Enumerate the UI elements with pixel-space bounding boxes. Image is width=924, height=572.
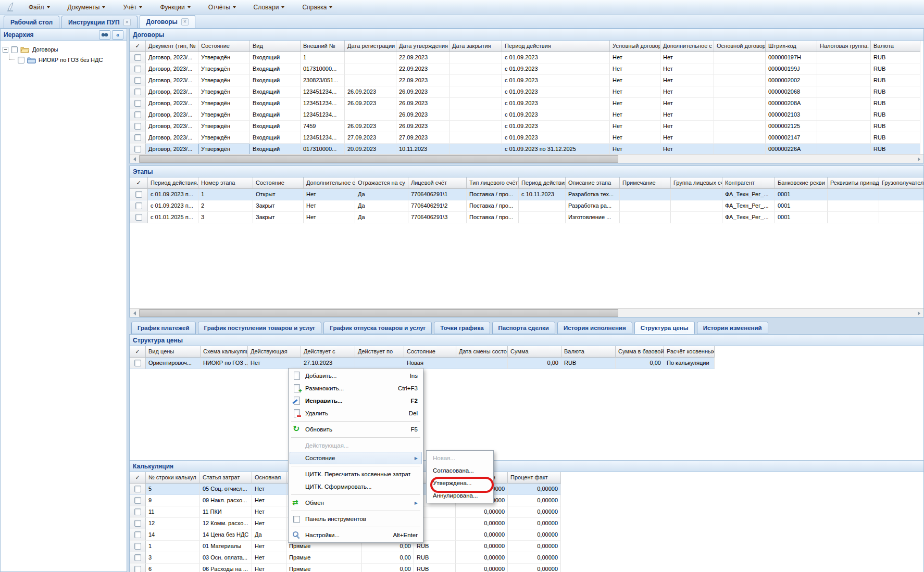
column-header[interactable]: Тип лицевого счёт (467, 177, 519, 189)
column-header[interactable]: Банковские рекви (775, 177, 828, 189)
menu-item[interactable]: Документы (62, 2, 111, 13)
scroll-right-icon[interactable] (915, 309, 923, 317)
row-checkbox[interactable] (134, 88, 141, 95)
submenu-item[interactable]: Новая... (428, 452, 492, 464)
context-menu-item[interactable]: Исправить... F2 ▶ (290, 395, 422, 407)
context-menu-item[interactable]: ЦИТК. Пересчитать косвенные затраты... ▶ (290, 468, 422, 480)
column-header[interactable]: Дополнительное с (304, 177, 355, 189)
column-header[interactable]: Период действия (502, 41, 610, 52)
window-tab[interactable]: Договоры × (140, 15, 195, 28)
search-binoculars-icon[interactable] (99, 30, 110, 40)
close-icon[interactable]: × (123, 19, 131, 26)
scroll-left-icon[interactable] (130, 155, 139, 163)
context-menu-item[interactable]: ▶ (291, 421, 420, 422)
column-header[interactable]: Состояние (198, 41, 250, 52)
menu-item[interactable]: Справка (296, 2, 338, 13)
context-menu-item[interactable]: Панель инструментов ▶ (290, 513, 422, 525)
row-checkbox[interactable] (134, 123, 141, 130)
tree-collapse-icon[interactable] (3, 47, 8, 53)
row-checkbox[interactable] (134, 111, 141, 118)
menu-item[interactable]: Файл (23, 2, 56, 13)
row-checkbox[interactable] (134, 497, 141, 504)
table-row[interactable]: Договор, 2023/...УтверждёнВходящий122.09… (130, 52, 920, 63)
column-header[interactable]: Дата смены состоя (456, 346, 508, 358)
scrollbar-thumb[interactable] (139, 155, 618, 163)
table-row[interactable]: Договор, 2023/...УтверждёнВходящий017310… (130, 144, 920, 155)
column-header[interactable]: Вид цены (146, 346, 201, 358)
context-menu-item[interactable]: Настройки... Alt+Enter ▶ (290, 529, 422, 541)
context-menu-item[interactable]: ЦИТК. Сформировать... ▶ (290, 480, 422, 493)
column-header[interactable]: Схема калькуляци (201, 346, 248, 358)
column-header[interactable]: Дата закрытия (449, 41, 502, 52)
column-header[interactable]: № строки калькул (146, 472, 200, 484)
column-header[interactable]: Отражается на су (355, 177, 408, 189)
row-checkbox[interactable] (134, 360, 141, 366)
row-checkbox[interactable] (134, 134, 141, 141)
column-header[interactable]: Основной договор (714, 41, 766, 52)
table-row[interactable]: Договор, 2023/...УтверждёнВходящий123451… (130, 132, 920, 144)
column-header[interactable]: Вид (250, 41, 301, 52)
table-row[interactable]: с 01.01.2025 п...3ЗакрытНетДа7706406291\… (130, 212, 923, 223)
context-menu-item[interactable]: ▶ (291, 494, 420, 495)
column-header[interactable]: Контрагент (722, 177, 775, 189)
context-menu-item[interactable]: Удалить Del ▶ (290, 407, 422, 420)
scrollbar-thumb[interactable] (139, 309, 618, 317)
column-header[interactable]: Внешний № (301, 41, 345, 52)
context-menu-item[interactable]: Состояние ▶ (290, 452, 422, 464)
column-header[interactable]: Номер этапа (198, 177, 253, 189)
row-checkbox[interactable] (134, 100, 141, 107)
column-header[interactable]: Действует по (355, 346, 404, 358)
column-header[interactable]: Сумма в базовой в (616, 346, 664, 358)
row-checkbox[interactable] (134, 531, 141, 538)
column-header[interactable]: Состояние (404, 346, 456, 358)
detail-tab[interactable]: Точки графика (434, 322, 490, 334)
column-header[interactable]: Сумма (508, 346, 561, 358)
horizontal-scrollbar[interactable] (130, 308, 923, 317)
table-row[interactable]: Договор, 2023/...УтверждёнВходящий745926… (130, 121, 920, 132)
context-menu-item[interactable]: Обновить F5 ▶ (290, 423, 422, 436)
table-row[interactable]: Договор, 2023/...УтверждёнВходящий123451… (130, 109, 920, 121)
column-header[interactable]: Примечание (620, 177, 671, 189)
collapse-panel-icon[interactable]: « (112, 30, 123, 40)
column-header[interactable]: Действует с (301, 346, 355, 358)
row-checkbox[interactable] (134, 486, 141, 492)
column-header[interactable]: Валюта (871, 41, 920, 52)
row-checkbox[interactable] (134, 509, 141, 515)
menu-item[interactable]: Отчёты (203, 2, 242, 13)
column-header[interactable]: Документ (тип, № (146, 41, 198, 52)
table-row[interactable]: Договор, 2023/...УтверждёнВходящий123451… (130, 86, 920, 98)
check-column-header[interactable]: ✓ (130, 177, 148, 189)
table-row[interactable]: 606 Расходы на ...НетПрямые0,00RUB0,0000… (130, 564, 561, 572)
detail-tab[interactable]: Структура цены (634, 322, 695, 334)
column-header[interactable]: Дата утверждения (396, 41, 449, 52)
column-header[interactable]: Валюта (561, 346, 616, 358)
submenu-item[interactable]: Согласована... (428, 464, 492, 477)
table-row[interactable]: Договор, 2023/...УтверждёнВходящий017310… (130, 63, 920, 75)
window-tab[interactable]: Инструкции ПУП × (61, 16, 137, 28)
row-checkbox[interactable] (134, 77, 141, 84)
check-column-header[interactable]: ✓ (130, 346, 146, 358)
menu-item[interactable]: Словари (248, 2, 291, 13)
check-column-header[interactable]: ✓ (130, 472, 146, 484)
detail-tab[interactable]: История исполнения (557, 322, 632, 334)
context-menu-item[interactable]: ▶ (291, 466, 420, 466)
column-header[interactable]: Налоговая группа. (817, 41, 871, 52)
window-tab[interactable]: Рабочий стол × (4, 16, 59, 28)
tree-checkbox[interactable] (11, 46, 18, 53)
table-row[interactable]: 303 Осн. оплата...НетПрямые0,00RUB0,0000… (130, 552, 561, 564)
column-header[interactable]: Условный договор (610, 41, 660, 52)
horizontal-scrollbar[interactable] (130, 154, 923, 163)
column-header[interactable]: Состояние (253, 177, 304, 189)
column-header[interactable]: Расчёт косвенных (664, 346, 715, 358)
table-row[interactable]: Договор, 2023/...УтверждёнВходящий123451… (130, 98, 920, 109)
check-column-header[interactable]: ✓ (130, 41, 146, 52)
detail-tab[interactable]: График поступления товаров и услуг (198, 322, 322, 334)
context-menu-item[interactable]: ▶ (291, 527, 420, 527)
column-header[interactable]: Действующая (248, 346, 301, 358)
row-checkbox[interactable] (134, 543, 141, 550)
tree-node-niokr[interactable]: НИОКР по ГОЗ без НДС (3, 55, 124, 65)
row-checkbox[interactable] (134, 520, 141, 527)
row-checkbox[interactable] (134, 54, 141, 61)
row-checkbox[interactable] (134, 146, 141, 152)
column-header[interactable]: Дата регистрации (345, 41, 396, 52)
